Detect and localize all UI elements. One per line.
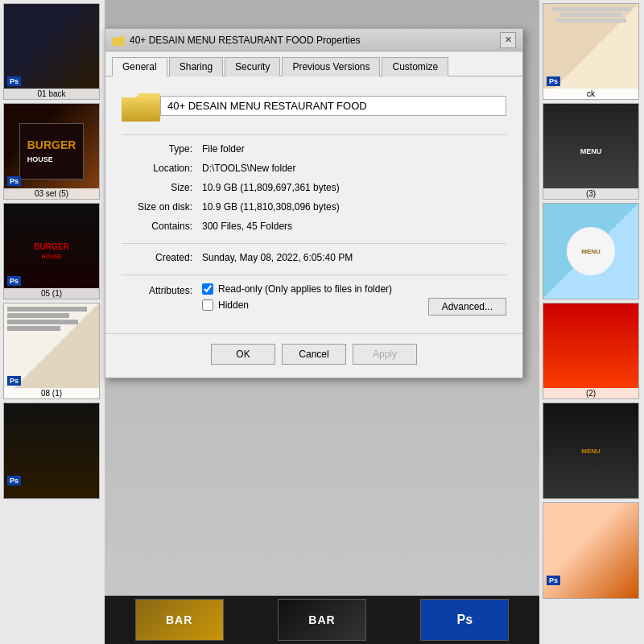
ok-button[interactable]: OK — [211, 344, 275, 365]
title-folder-icon — [112, 35, 125, 46]
thumb-label: 05 (1) — [4, 288, 99, 299]
attributes-label: Attributes: — [122, 283, 202, 296]
thumb-r6[interactable]: Ps — [543, 502, 639, 599]
thumb-last-left[interactable]: Ps — [3, 402, 100, 499]
thumb-r3[interactable]: MENU — [543, 203, 639, 299]
size-disk-label: Size on disk: — [122, 201, 202, 213]
location-label: Location: — [122, 163, 202, 174]
size-disk-value: 10.9 GB (11,810,308,096 bytes) — [202, 201, 506, 213]
folder-name-input[interactable] — [160, 96, 506, 116]
bottom-taskbar: BAR BAR Ps — [105, 596, 539, 644]
size-value: 10.9 GB (11,809,697,361 bytes) — [202, 182, 506, 193]
thumb-r2[interactable]: MENU (3) — [543, 103, 639, 200]
thumb-05-1[interactable]: BURGERHOUSE Ps 05 (1) — [3, 203, 100, 299]
ps-badge: Ps — [7, 76, 21, 86]
cancel-button[interactable]: Cancel — [282, 344, 346, 365]
thumb-01-back[interactable]: Ps 01 back — [3, 3, 100, 100]
tab-customize[interactable]: Customize — [382, 57, 448, 76]
close-button[interactable]: ✕ — [500, 32, 516, 48]
thumb-label: 03 set (5) — [4, 188, 99, 199]
readonly-checkbox[interactable] — [202, 283, 213, 295]
right-sidebar: Ps ck MENU (3) MENU (2) MENU — [539, 0, 644, 644]
thumb-label: ck — [543, 89, 638, 99]
created-label: Created: — [122, 252, 202, 263]
advanced-button[interactable]: Advanced... — [428, 298, 506, 316]
ps-badge: Ps — [547, 76, 560, 86]
dialog-buttons: OK Cancel Apply — [105, 333, 522, 378]
contains-label: Contains: — [122, 221, 202, 232]
ps-badge: Ps — [7, 376, 21, 386]
properties-list: Type: File folder Location: D:\TOOLS\New… — [122, 143, 506, 235]
contains-value: 300 Files, 45 Folders — [202, 221, 506, 232]
folder-header — [122, 89, 506, 122]
type-value: File folder — [202, 143, 506, 155]
prop-contains: Contains: 300 Files, 45 Folders — [122, 221, 506, 235]
thumb-r5[interactable]: MENU — [543, 402, 639, 499]
hidden-row: Hidden — [202, 299, 249, 311]
tab-security[interactable]: Security — [225, 57, 280, 76]
folder-icon — [122, 89, 160, 122]
ps-badge: Ps — [547, 576, 560, 585]
divider-1 — [122, 134, 506, 135]
thumb-label: (3) — [543, 188, 638, 199]
bottom-thumb-2[interactable]: BAR — [278, 599, 366, 641]
svg-rect-0 — [112, 38, 125, 46]
prop-size: Size: 10.9 GB (11,809,697,361 bytes) — [122, 182, 506, 196]
tab-previous-versions[interactable]: Previous Versions — [282, 57, 380, 76]
tabs-bar: General Sharing Security Previous Versio… — [105, 52, 522, 76]
hidden-checkbox[interactable] — [202, 299, 213, 311]
dialog-title: 40+ DESAIN MENU RESTAURANT FOOD Properti… — [130, 35, 500, 46]
location-value: D:\TOOLS\New folder — [202, 163, 506, 174]
divider-2 — [122, 243, 506, 244]
dialog-title-bar: 40+ DESAIN MENU RESTAURANT FOOD Properti… — [105, 29, 522, 52]
left-sidebar: Ps 01 back BURGERHOUSE Ps 03 set (5) BUR… — [0, 0, 105, 644]
thumb-label: 08 (1) — [4, 388, 99, 398]
svg-rect-2 — [122, 97, 160, 122]
readonly-row: Read-only (Only applies to files in fold… — [202, 283, 506, 295]
prop-created: Created: Sunday, May 08, 2022, 6:05:40 P… — [122, 252, 506, 266]
thumb-08-1[interactable]: Ps 08 (1) — [3, 303, 100, 399]
tab-general[interactable]: General — [112, 57, 167, 76]
thumb-03-set[interactable]: BURGERHOUSE Ps 03 set (5) — [3, 103, 100, 200]
hidden-label: Hidden — [218, 299, 249, 311]
divider-3 — [122, 275, 506, 275]
apply-button[interactable]: Apply — [353, 344, 417, 365]
thumb-label: (2) — [543, 388, 638, 398]
thumb-label: 01 back — [4, 89, 99, 99]
ps-badge: Ps — [7, 176, 21, 186]
type-label: Type: — [122, 143, 202, 155]
attributes-controls: Read-only (Only applies to files in fold… — [202, 283, 506, 316]
prop-size-on-disk: Size on disk: 10.9 GB (11,810,308,096 by… — [122, 201, 506, 216]
created-value: Sunday, May 08, 2022, 6:05:40 PM — [202, 252, 506, 263]
bottom-thumb-1[interactable]: BAR — [135, 599, 224, 641]
prop-location: Location: D:\TOOLS\New folder — [122, 163, 506, 177]
ps-badge: Ps — [7, 476, 21, 485]
attributes-row: Attributes: Read-only (Only applies to f… — [122, 283, 506, 316]
thumb-r1[interactable]: Ps ck — [543, 3, 639, 100]
ps-badge: Ps — [7, 276, 21, 286]
dialog-body: Type: File folder Location: D:\TOOLS\New… — [105, 76, 522, 333]
prop-type: Type: File folder — [122, 143, 506, 158]
tab-sharing[interactable]: Sharing — [169, 57, 223, 76]
readonly-label: Read-only (Only applies to files in fold… — [218, 283, 392, 295]
size-label: Size: — [122, 182, 202, 193]
bottom-thumb-3[interactable]: Ps — [420, 599, 509, 641]
properties-dialog: 40+ DESAIN MENU RESTAURANT FOOD Properti… — [105, 28, 523, 378]
thumb-r4[interactable]: (2) — [543, 303, 639, 399]
